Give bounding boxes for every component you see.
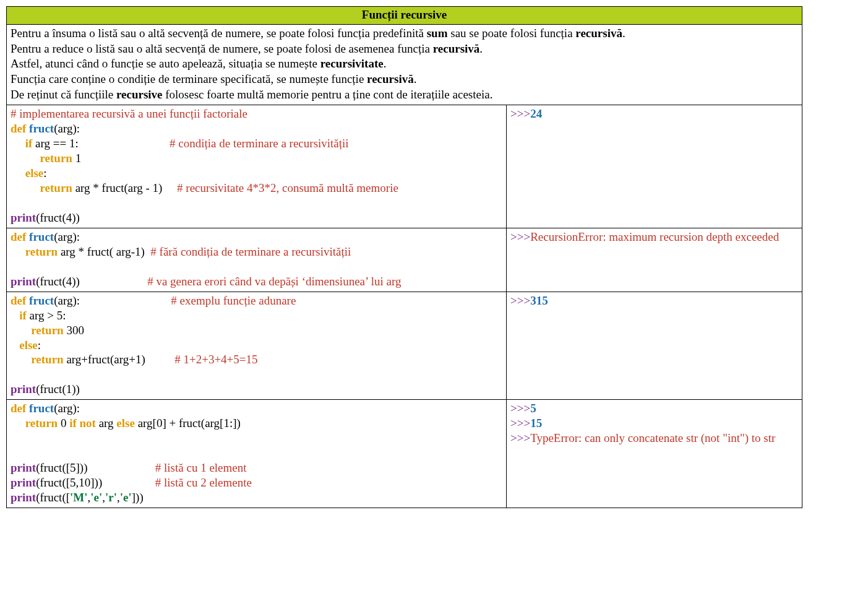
example-4-code: def fruct(arg): return 0 if not arg else…: [7, 400, 507, 508]
example-4-output: >>>5 >>>15 >>>TypeError: can only concat…: [507, 400, 802, 508]
example-2-output: >>>RecursionError: maximum recursion dep…: [507, 228, 802, 292]
table-title: Funcții recursive: [7, 7, 802, 25]
intro-cell: Pentru a însuma o listă sau o altă secve…: [7, 25, 802, 105]
example-3-output: >>>315: [507, 292, 802, 400]
intro-line-2: Pentru a reduce o listă sau o altă secve…: [11, 42, 483, 55]
example-2-code: def fruct(arg): return arg * fruct( arg-…: [7, 228, 507, 292]
recursive-functions-table: Funcții recursive Pentru a însuma o list…: [6, 6, 802, 508]
intro-line-4: Funcția care conține o condiție de termi…: [11, 72, 416, 85]
intro-line-3: Astfel, atunci când o funcție se auto ap…: [11, 57, 386, 70]
intro-line-1: Pentru a însuma o listă sau o altă secve…: [11, 27, 625, 40]
example-1-code: # implementarea recursivă a unei funcții…: [7, 105, 507, 228]
intro-line-5: De reținut că funcțiile recursive folose…: [11, 88, 492, 101]
example-3-code: def fruct(arg): # exemplu funcție adunar…: [7, 292, 507, 400]
example-1-output: >>>24: [507, 105, 802, 228]
